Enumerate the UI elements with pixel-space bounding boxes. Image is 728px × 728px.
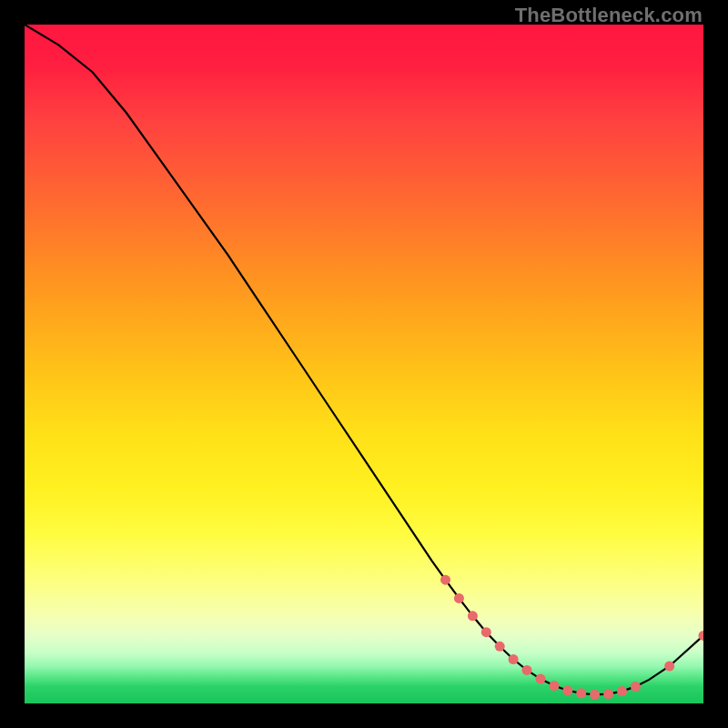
data-point — [603, 689, 613, 699]
data-point — [631, 682, 641, 692]
bottleneck-curve — [25, 25, 703, 703]
data-point — [440, 575, 450, 585]
plot-area — [25, 25, 703, 703]
data-point — [509, 654, 519, 664]
data-point — [536, 674, 546, 684]
data-point — [617, 686, 627, 696]
curve-markers — [440, 575, 703, 700]
curve-line — [25, 25, 703, 694]
data-point — [590, 690, 600, 700]
data-point — [549, 681, 559, 691]
data-point — [454, 593, 464, 603]
data-point — [468, 611, 478, 621]
data-point — [522, 665, 532, 675]
data-point — [562, 685, 572, 695]
data-point — [664, 662, 674, 672]
data-point — [481, 627, 491, 637]
data-point — [495, 642, 505, 652]
data-point — [576, 688, 586, 698]
chart-frame: TheBottleneck.com — [0, 0, 728, 728]
